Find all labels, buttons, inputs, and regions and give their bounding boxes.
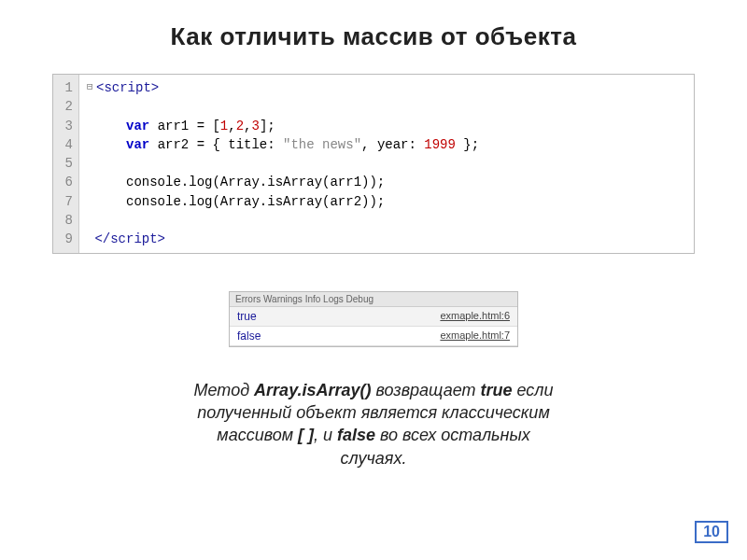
code-token: 2 [236,119,244,133]
code-token: 3 [251,119,259,133]
fold-icon: ⊟ [87,80,96,95]
line-number: 2 [63,97,73,116]
code-token: , year: [361,137,424,152]
console-value: true [237,310,257,323]
line-number: 6 [63,173,73,191]
line-number: 8 [63,211,73,230]
line-number: 3 [63,117,73,135]
code-token: console.log(Array.isArray(arr1)); [126,175,385,189]
text: массивом [217,426,298,444]
text-bold: true [480,381,512,399]
text: во всех остальных [375,426,530,444]
slide-title: Как отличить массив от объекта [0,0,747,66]
code-token: var [126,119,149,133]
code-token: 1 [220,119,228,133]
line-number: 9 [63,230,73,248]
line-number: 1 [63,78,73,97]
code-token: var [126,137,149,152]
code-block: 1 2 3 4 5 6 7 8 9 ⊟<script> var arr1 = [… [52,74,695,254]
code-token: 1999 [424,137,456,152]
line-number: 4 [63,135,73,154]
line-gutter: 1 2 3 4 5 6 7 8 9 [53,75,79,253]
code-token: , [228,119,235,133]
text: если [512,381,553,399]
text-bold: false [337,426,375,444]
page-number: 10 [695,521,728,543]
code-token: "the news" [283,137,361,152]
code-token: }; [456,137,479,152]
console-source: exmaple.html:6 [440,310,510,323]
line-number: 7 [63,192,73,211]
console-row: true exmaple.html:6 [230,307,517,327]
console-header: Errors Warnings Info Logs Debug [230,292,517,307]
text: полученный объект является классическим [197,403,549,422]
code-token: ]; [260,119,275,133]
text: случаях. [341,449,407,468]
code-token: arr1 = [ [149,119,220,133]
code-token: <script> [96,80,159,95]
console-output: Errors Warnings Info Logs Debug true exm… [229,291,518,347]
text: Метод [194,381,255,399]
code-token: </script> [94,231,165,246]
explanation-text: Метод Array.isArray() возвращает true ес… [56,379,691,469]
text-bold: [ ] [298,426,314,444]
console-source: exmaple.html:7 [440,329,510,343]
code-token: arr2 = { title: [149,137,283,152]
text-bold: Array.isArray() [254,381,371,399]
text: возвращает [372,381,481,399]
line-number: 5 [63,154,73,173]
code-token: console.log(Array.isArray(arr2)); [126,194,385,209]
code-content: ⊟<script> var arr1 = [1,2,3]; var arr2 =… [79,75,486,253]
console-row: false exmaple.html:7 [230,327,517,346]
console-value: false [237,329,261,343]
text: , и [314,426,337,444]
